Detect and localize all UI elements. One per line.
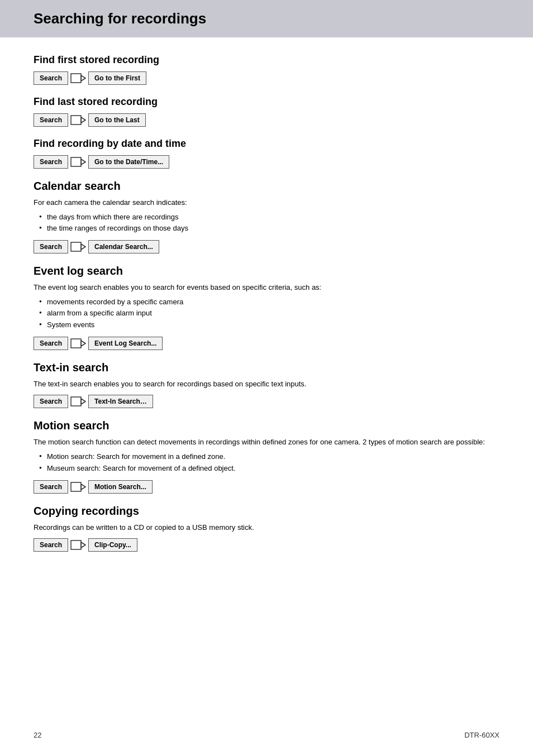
svg-marker-1 <box>81 75 85 81</box>
arrow-icon <box>68 70 88 86</box>
section-title-copying: Copying recordings <box>34 505 499 518</box>
arrow-icon <box>68 154 88 170</box>
bullet-list-motion-search: Motion search: Search for movement in a … <box>39 451 499 475</box>
svg-rect-14 <box>71 540 81 549</box>
action-button-text-in-search[interactable]: Text-In Search… <box>88 395 153 408</box>
svg-rect-2 <box>71 116 81 125</box>
list-item: Museum search: Search for movement of a … <box>39 463 499 475</box>
action-button-find-datetime[interactable]: Go to the Date/Time... <box>88 155 169 169</box>
search-button-calendar-search[interactable]: Search <box>34 240 68 253</box>
svg-rect-10 <box>71 397 81 406</box>
action-button-motion-search[interactable]: Motion Search... <box>88 480 153 494</box>
action-button-calendar-search[interactable]: Calendar Search... <box>88 240 159 253</box>
search-button-find-first[interactable]: Search <box>34 71 68 85</box>
button-row-find-first: Search Go to the First <box>34 70 499 86</box>
model-number: DTR-60XX <box>464 731 499 739</box>
button-row-find-datetime: Search Go to the Date/Time... <box>34 154 499 170</box>
arrow-icon <box>68 479 88 495</box>
section-title-find-last: Find last stored recording <box>34 96 499 108</box>
section-desc-motion-search: The motion search function can detect mo… <box>34 437 499 448</box>
page-footer: 22 DTR-60XX <box>34 731 499 739</box>
section-title-event-log-search: Event log search <box>34 265 499 277</box>
search-button-find-last[interactable]: Search <box>34 113 68 127</box>
section-title-find-datetime: Find recording by date and time <box>34 138 499 150</box>
section-event-log-search: Event log searchThe event log search ena… <box>34 265 499 351</box>
section-desc-copying: Recordings can be written to a CD or cop… <box>34 522 499 533</box>
arrow-icon <box>68 537 88 553</box>
section-find-first: Find first stored recordingSearch Go to … <box>34 54 499 86</box>
action-button-event-log-search[interactable]: Event Log Search... <box>88 337 163 350</box>
list-item: Motion search: Search for movement in a … <box>39 451 499 463</box>
svg-rect-12 <box>71 482 81 491</box>
section-desc-text-in-search: The text-in search enables you to search… <box>34 379 499 390</box>
search-button-copying[interactable]: Search <box>34 538 68 552</box>
list-item: movements recorded by a specific camera <box>39 296 499 308</box>
svg-rect-8 <box>71 339 81 348</box>
button-row-text-in-search: Search Text-In Search… <box>34 394 499 409</box>
svg-rect-0 <box>71 74 81 83</box>
section-title-find-first: Find first stored recording <box>34 54 499 66</box>
page-number: 22 <box>34 731 41 739</box>
button-row-copying: Search Clip-Copy... <box>34 537 499 553</box>
arrow-icon <box>68 336 88 351</box>
page-header: Searching for recordings <box>0 0 533 37</box>
action-button-find-first[interactable]: Go to the First <box>88 71 146 85</box>
section-desc-event-log-search: The event log search enables you to sear… <box>34 282 499 293</box>
section-calendar-search: Calendar searchFor each camera the calen… <box>34 180 499 255</box>
svg-rect-6 <box>71 242 81 251</box>
action-button-copying[interactable]: Clip-Copy... <box>88 538 137 552</box>
page: Searching for recordings Find first stor… <box>0 0 533 756</box>
arrow-icon <box>68 239 88 255</box>
bullet-list-calendar-search: the days from which there are recordings… <box>39 212 499 235</box>
list-item: the time ranges of recordings on those d… <box>39 223 499 235</box>
search-button-text-in-search[interactable]: Search <box>34 395 68 408</box>
svg-marker-15 <box>81 542 85 548</box>
svg-marker-3 <box>81 117 85 123</box>
bullet-list-event-log-search: movements recorded by a specific cameraa… <box>39 296 499 331</box>
svg-marker-9 <box>81 341 85 346</box>
action-button-find-last[interactable]: Go to the Last <box>88 113 146 127</box>
section-title-calendar-search: Calendar search <box>34 180 499 193</box>
section-text-in-search: Text-in searchThe text-in search enables… <box>34 361 499 410</box>
button-row-event-log-search: Search Event Log Search... <box>34 336 499 351</box>
search-button-event-log-search[interactable]: Search <box>34 337 68 350</box>
svg-marker-13 <box>81 484 85 490</box>
list-item: System events <box>39 319 499 331</box>
svg-rect-4 <box>71 157 81 166</box>
arrow-icon <box>68 112 88 128</box>
button-row-motion-search: Search Motion Search... <box>34 479 499 495</box>
list-item: alarm from a specific alarm input <box>39 308 499 319</box>
button-row-calendar-search: Search Calendar Search... <box>34 239 499 255</box>
section-copying: Copying recordingsRecordings can be writ… <box>34 505 499 553</box>
search-button-find-datetime[interactable]: Search <box>34 155 68 169</box>
svg-marker-7 <box>81 244 85 250</box>
button-row-find-last: Search Go to the Last <box>34 112 499 128</box>
svg-marker-5 <box>81 159 85 165</box>
section-title-motion-search: Motion search <box>34 419 499 432</box>
search-button-motion-search[interactable]: Search <box>34 480 68 494</box>
section-find-last: Find last stored recordingSearch Go to t… <box>34 96 499 128</box>
section-desc-calendar-search: For each camera the calendar search indi… <box>34 197 499 208</box>
list-item: the days from which there are recordings <box>39 212 499 223</box>
page-title: Searching for recordings <box>34 10 499 27</box>
arrow-icon <box>68 394 88 409</box>
section-title-text-in-search: Text-in search <box>34 361 499 374</box>
section-motion-search: Motion searchThe motion search function … <box>34 419 499 494</box>
svg-marker-11 <box>81 399 85 404</box>
section-find-datetime: Find recording by date and timeSearch Go… <box>34 138 499 170</box>
